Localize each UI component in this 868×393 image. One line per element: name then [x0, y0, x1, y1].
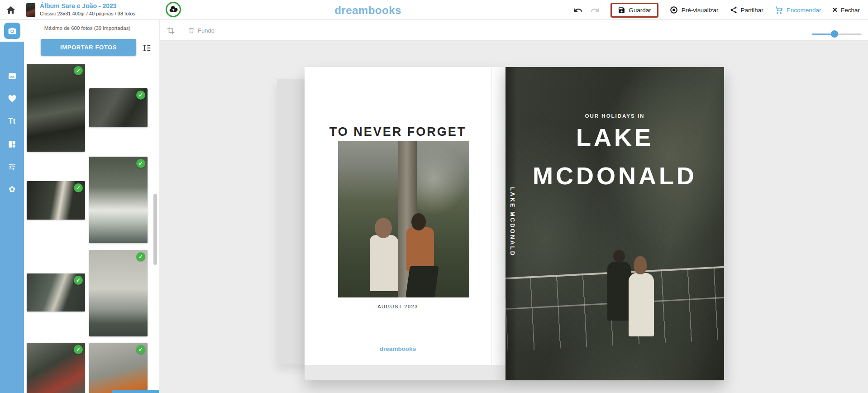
- back-cover-page[interactable]: TO NEVER FORGET AUGUST 2023 dreambooks: [305, 67, 506, 380]
- front-cover-title-line1[interactable]: LAKE: [506, 122, 724, 152]
- save-button-highlight-box: Guardar: [610, 3, 658, 18]
- photos-tab-button[interactable]: [4, 23, 20, 39]
- photo-limit-text: Máximo de 600 fotos (39 importadas): [24, 25, 151, 31]
- photo-thumbnail[interactable]: ✓: [27, 64, 85, 152]
- cover-photo-man-head: [613, 250, 625, 263]
- fold-guide-line: [491, 67, 491, 380]
- autosave-sync-badge: [166, 2, 181, 17]
- background-delete-button[interactable]: Fundo: [188, 25, 215, 35]
- photo-detail-man: [406, 227, 434, 271]
- crop-tool-button[interactable]: [165, 25, 176, 35]
- tools-sidebar: Tt ✿: [0, 20, 24, 393]
- undo-icon: [573, 5, 583, 15]
- header-actions: Guardar Pré-visualizar Partilhar Encom: [573, 0, 860, 20]
- selected-check-badge: ✓: [136, 345, 145, 354]
- preview-button[interactable]: Pré-visualizar: [669, 5, 719, 14]
- page-fold-shade: [491, 67, 506, 380]
- redo-button[interactable]: [590, 5, 600, 15]
- photos-icon: [8, 72, 17, 81]
- panel-bottom-indicator: [112, 390, 159, 393]
- sidebar-item-images[interactable]: [4, 68, 20, 84]
- photo-thumbnail[interactable]: ✓: [89, 157, 148, 243]
- layouts-icon: [8, 140, 16, 149]
- favorites-heart-icon: [8, 94, 17, 103]
- trash-icon: [188, 27, 195, 34]
- save-button[interactable]: Guardar: [618, 6, 651, 14]
- sidebar-item-text[interactable]: Tt: [4, 113, 20, 129]
- text-icon: Tt: [8, 117, 15, 125]
- photo-thumbnail[interactable]: ✓: [27, 181, 85, 220]
- close-x-icon: ✕: [832, 6, 838, 14]
- canvas-toolbar: Fundo: [160, 20, 868, 41]
- selected-check-badge: ✓: [136, 252, 145, 261]
- selected-check-badge: ✓: [136, 159, 145, 168]
- back-cover-brand-logo: dreambooks: [305, 345, 491, 352]
- photo-thumbnail[interactable]: ✓: [89, 343, 148, 393]
- decorations-flower-icon: ✿: [9, 184, 15, 194]
- cover-photo-man: [607, 262, 631, 321]
- zoom-slider-handle[interactable]: [831, 30, 838, 38]
- share-label: Partilhar: [741, 7, 763, 14]
- share-icon: [730, 6, 738, 14]
- sidebar-item-photos-active: [0, 20, 24, 42]
- import-photos-button[interactable]: IMPORTAR FOTOS: [41, 39, 136, 56]
- cover-photo-woman-head: [634, 256, 647, 274]
- album-cover-thumbnail: [26, 3, 35, 17]
- background-label: Fundo: [198, 27, 215, 34]
- home-icon: [6, 5, 16, 15]
- cloud-upload-icon: [169, 5, 178, 14]
- adjustments-icon: [8, 163, 16, 171]
- sort-photos-button[interactable]: [141, 43, 153, 53]
- close-label: Fechar: [841, 7, 860, 14]
- camera-icon: [8, 26, 17, 35]
- sidebar-item-favorites[interactable]: [4, 91, 20, 107]
- sort-icon: [142, 43, 152, 53]
- save-label: Guardar: [629, 7, 651, 14]
- sidebar-item-layouts[interactable]: [4, 136, 20, 152]
- front-cover-kicker-text[interactable]: OUR HOLIDAYS IN: [506, 113, 724, 119]
- photo-thumbnail[interactable]: ✓: [27, 273, 85, 312]
- zoom-slider[interactable]: [812, 30, 862, 38]
- sidebar-item-decorations[interactable]: ✿: [4, 181, 20, 197]
- photo-thumbnail[interactable]: ✓: [89, 250, 148, 336]
- selected-check-badge: ✓: [74, 345, 83, 354]
- header-divider: [21, 4, 21, 16]
- cover-photo-woman: [629, 273, 654, 336]
- album-subtitle: Classic 23x31 400gr / 40 páginas / 38 fo…: [40, 10, 135, 17]
- photo-detail-legs: [405, 266, 439, 297]
- redo-icon: [590, 5, 600, 15]
- selected-check-badge: ✓: [74, 276, 83, 285]
- selected-check-badge: ✓: [136, 91, 145, 100]
- photo-thumbnail[interactable]: ✓: [27, 343, 85, 393]
- back-cover-title-text[interactable]: TO NEVER FORGET: [305, 125, 491, 139]
- selected-check-badge: ✓: [74, 66, 83, 75]
- selected-check-badge: ✓: [74, 183, 83, 192]
- front-cover-title-line2[interactable]: MCDONALD: [506, 161, 724, 191]
- close-button[interactable]: ✕ Fechar: [832, 6, 860, 14]
- home-button[interactable]: [5, 5, 16, 15]
- preview-eye-icon: [669, 5, 678, 14]
- undo-redo-group: [573, 5, 600, 15]
- photo-detail-man-head: [411, 213, 426, 230]
- front-cover-page[interactable]: LAKE MCDONALD OUR HOLIDAYS IN LAKE MCDON…: [506, 67, 724, 380]
- photo-detail-woman-head: [375, 218, 392, 238]
- sidebar-item-adjustments[interactable]: [4, 158, 20, 175]
- photo-thumbnail[interactable]: ✓: [89, 88, 148, 127]
- panel-scrollbar[interactable]: [153, 194, 157, 265]
- save-icon: [618, 6, 625, 14]
- cart-icon: [774, 5, 783, 14]
- photo-detail-woman: [370, 235, 399, 291]
- back-cover-photo[interactable]: [338, 141, 469, 297]
- dreambooks-logo: dreambooks: [334, 4, 401, 17]
- album-title: Álbum Sara e João - 2023: [40, 2, 135, 10]
- share-button[interactable]: Partilhar: [730, 6, 763, 14]
- order-button[interactable]: Encomendar: [774, 5, 821, 14]
- photo-panel: Máximo de 600 fotos (39 importadas) IMPO…: [24, 20, 159, 393]
- preview-label: Pré-visualizar: [682, 7, 719, 14]
- album-info: Álbum Sara e João - 2023 Classic 23x31 4…: [40, 2, 135, 17]
- undo-button[interactable]: [573, 5, 583, 15]
- spine-title-text[interactable]: LAKE MCDONALD: [509, 187, 516, 257]
- app-header: Álbum Sara e João - 2023 Classic 23x31 4…: [0, 0, 868, 20]
- photobook-editor: Álbum Sara e João - 2023 Classic 23x31 4…: [0, 0, 868, 393]
- back-cover-caption-text[interactable]: AUGUST 2023: [305, 304, 491, 309]
